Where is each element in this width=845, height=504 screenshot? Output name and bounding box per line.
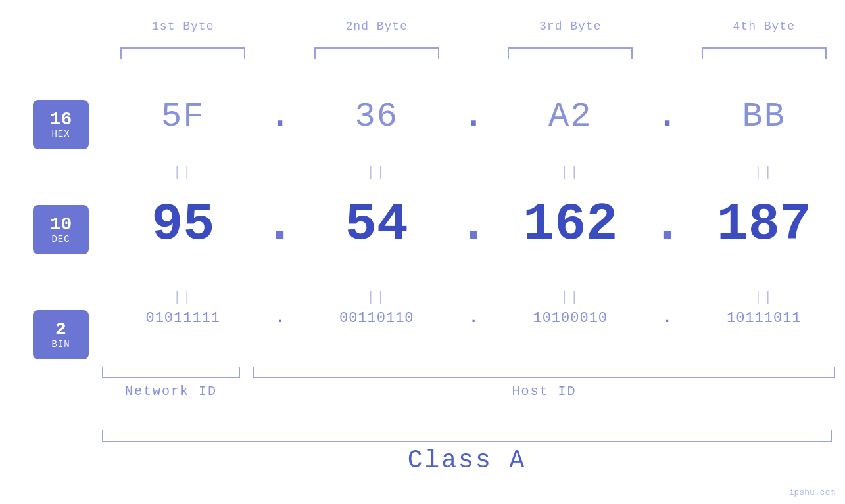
- dot-1: .: [264, 100, 296, 134]
- hex-badge: 16 HEX: [33, 100, 89, 149]
- eq-4: ||: [683, 164, 846, 181]
- dec-badge: 10 DEC: [33, 205, 89, 254]
- host-id-bracket: Host ID: [253, 367, 835, 399]
- bin-badge: 2 BIN: [33, 310, 89, 359]
- bracket-top-3: [508, 47, 633, 59]
- dec-value-3: 162: [489, 198, 652, 251]
- hex-value-2: 36: [296, 97, 458, 136]
- network-id-bracket: Network ID: [102, 367, 240, 399]
- dec-value-2: 54: [296, 198, 458, 251]
- dot-2: .: [458, 100, 489, 134]
- class-bracket: Class A: [102, 430, 832, 474]
- eq-1: ||: [102, 164, 264, 181]
- hex-badge-label: HEX: [51, 129, 70, 139]
- bin-value-4: 10111011: [683, 310, 846, 327]
- eq-2: ||: [296, 164, 458, 181]
- dot-3: .: [652, 100, 683, 134]
- dec-badge-number: 10: [50, 216, 72, 234]
- bracket-top-2: [314, 47, 439, 59]
- hex-value-4: BB: [683, 97, 846, 136]
- eq-6: ||: [296, 289, 458, 306]
- hex-badge-number: 16: [50, 110, 72, 129]
- dot-dec-3: .: [652, 198, 683, 251]
- bin-value-1: 01011111: [102, 310, 264, 327]
- class-label: Class A: [102, 446, 832, 474]
- equals-row-2: || || || ||: [102, 289, 845, 306]
- equals-row-1: || || || ||: [102, 164, 845, 181]
- dec-badge-label: DEC: [51, 234, 70, 244]
- dot-bin-2: .: [458, 311, 489, 326]
- hex-value-1: 5F: [102, 97, 264, 136]
- dot-dec-1: .: [264, 198, 296, 251]
- host-id-label: Host ID: [512, 384, 576, 399]
- network-bracket-line: [102, 367, 240, 378]
- eq-8: ||: [683, 289, 846, 306]
- network-id-label: Network ID: [125, 384, 217, 399]
- dec-row: 95 . 54 . 162 . 187: [102, 198, 845, 251]
- dot-bin-3: .: [652, 311, 683, 326]
- dec-value-1: 95: [102, 198, 264, 251]
- eq-5: ||: [102, 289, 264, 306]
- bin-row: 01011111 . 00110110 . 10100010 . 1011101…: [102, 310, 845, 327]
- dot-bin-1: .: [264, 311, 296, 326]
- top-brackets: [102, 47, 845, 59]
- bin-badge-label: BIN: [51, 339, 70, 350]
- main-container: 16 HEX 10 DEC 2 BIN 1st Byte 2nd Byte 3r…: [0, 0, 845, 504]
- byte-header-1: 1st Byte: [102, 20, 264, 33]
- host-bracket-line: [253, 367, 835, 378]
- columns-area: 1st Byte 2nd Byte 3rd Byte 4th Byte: [102, 0, 845, 504]
- byte-headers: 1st Byte 2nd Byte 3rd Byte 4th Byte: [102, 20, 845, 33]
- dec-value-4: 187: [683, 198, 846, 251]
- dot-dec-2: .: [458, 198, 489, 251]
- eq-3: ||: [489, 164, 652, 181]
- byte-header-2: 2nd Byte: [296, 20, 458, 33]
- class-bracket-line: [102, 430, 832, 442]
- byte-header-4: 4th Byte: [683, 20, 846, 33]
- bracket-top-1: [120, 47, 245, 59]
- eq-7: ||: [489, 289, 652, 306]
- bin-value-2: 00110110: [296, 310, 458, 327]
- hex-row: 5F . 36 . A2 . BB: [102, 97, 845, 136]
- watermark: ipshu.com: [789, 488, 835, 497]
- bin-value-3: 10100010: [489, 310, 652, 327]
- bracket-top-4: [702, 47, 827, 59]
- bin-badge-number: 2: [55, 321, 66, 339]
- hex-value-3: A2: [489, 97, 652, 136]
- byte-header-3: 3rd Byte: [489, 20, 652, 33]
